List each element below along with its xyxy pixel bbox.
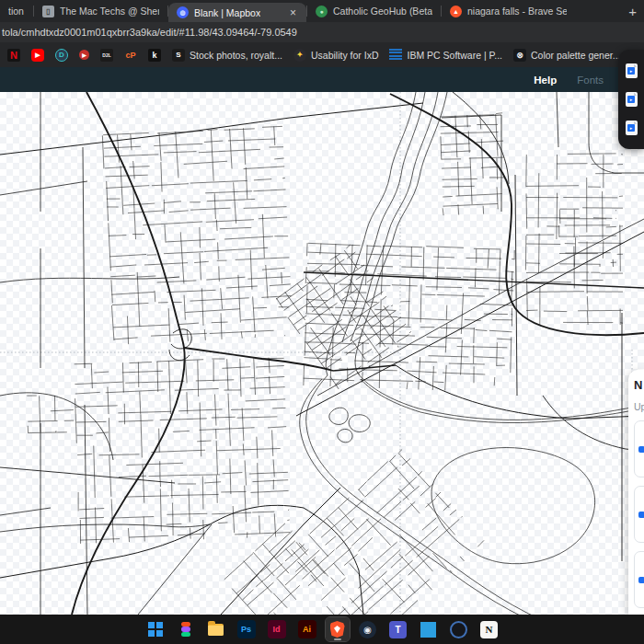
road — [83, 147, 87, 615]
tab-label: Blank | Mapbox — [194, 7, 260, 18]
taskbar-brave[interactable] — [326, 617, 350, 641]
tab-label: tion Des — [8, 6, 25, 17]
island-outline — [349, 415, 370, 432]
file-explorer-icon — [208, 624, 224, 636]
taskbar-indesign[interactable]: Id — [265, 617, 289, 641]
road — [0, 524, 210, 532]
file-thumb: ▸ — [627, 124, 635, 132]
bookmark-stock[interactable]: SStock photos, royalt... — [172, 49, 282, 62]
river-bank — [326, 92, 416, 375]
river-bank — [361, 379, 644, 423]
bookmark-teal-spiral[interactable]: D — [55, 49, 68, 62]
document-icon: ▯ — [42, 6, 54, 17]
bookmark-cpanel[interactable]: cP — [124, 49, 137, 62]
bookmark-d2l[interactable]: D2L — [100, 49, 113, 62]
brave-icon: ▲ — [450, 6, 462, 17]
river-bank — [351, 92, 438, 341]
bookmark-usability[interactable]: ✦Usability for IxD — [293, 49, 379, 62]
island-outline — [431, 448, 595, 564]
notification-card[interactable] — [634, 420, 644, 477]
bookmarks-bar: N▶D▶D2LcPkSStock photos, royalt...✦Usabi… — [0, 42, 644, 67]
mapbox-icon: ◍ — [177, 6, 189, 18]
road — [304, 508, 363, 615]
tab-label: The Mac Techs @ Sheridan :: Laser Fi — [60, 6, 159, 17]
notification-card[interactable] — [634, 551, 644, 608]
notification-card[interactable] — [634, 486, 644, 543]
tab-mac-techs[interactable]: ▯The Mac Techs @ Sheridan :: Laser Fi — [34, 0, 167, 22]
usability-icon: ✦ — [293, 49, 306, 62]
notion-icon: N — [480, 621, 498, 638]
bookmark-label: IBM PC Software | P... — [407, 50, 502, 61]
taskbar-notion[interactable]: N — [477, 617, 501, 641]
taskbar-explorer[interactable] — [204, 617, 228, 641]
illustrator-icon: Ai — [298, 620, 316, 638]
kijiji-icon: k — [148, 49, 161, 62]
file-thumb: ▸ — [627, 67, 635, 75]
d2l-icon: D2L — [100, 49, 113, 62]
card-app-icon — [638, 577, 644, 583]
bookmark-kijiji[interactable]: k — [148, 49, 161, 62]
card-app-icon — [638, 446, 644, 453]
road — [86, 92, 184, 348]
help-menu[interactable]: Help — [534, 75, 557, 86]
tab-label: niagara falls - Brave Search — [467, 6, 567, 17]
street-cluster — [274, 245, 414, 389]
tab-brave-search[interactable]: ▲niagara falls - Brave Search — [442, 0, 575, 22]
address-bar[interactable]: tola/cmhdtxdz0001m01qxbrr3a9ka/edit/#11.… — [0, 22, 644, 42]
road — [184, 348, 333, 371]
taskbar-vscode[interactable] — [417, 617, 441, 641]
road — [0, 505, 304, 578]
map-roads-layer — [0, 92, 644, 615]
photoshop-icon: Ps — [237, 620, 256, 638]
taskbar-illustrator[interactable]: Ai — [295, 617, 319, 641]
taskbar-figma[interactable] — [174, 617, 198, 641]
ibm-icon — [389, 49, 402, 62]
figma-icon — [181, 622, 190, 637]
road — [0, 181, 87, 195]
fonts-menu[interactable]: Fonts — [577, 75, 604, 86]
road — [0, 393, 113, 460]
tab-close-button[interactable]: × — [288, 6, 298, 19]
island-outline — [338, 429, 352, 442]
bookmark-netflix[interactable]: N — [7, 49, 20, 62]
bookmark-ibm[interactable]: IBM PC Software | P... — [389, 49, 502, 62]
notification-panel: N Up — [628, 370, 644, 615]
island-outline — [329, 408, 348, 424]
taskbar-start[interactable] — [144, 617, 167, 641]
map-canvas[interactable] — [0, 92, 644, 615]
notification-title: N — [628, 370, 644, 392]
stock-icon: S — [172, 49, 185, 62]
bookmark-label: Stock photos, royalt... — [190, 50, 282, 61]
tab-mapbox[interactable]: ◍Blank | Mapbox× — [168, 3, 306, 22]
river-bank — [358, 374, 644, 420]
windows-taskbar: PsIdAi◉TN — [0, 615, 644, 644]
url-text: tola/cmhdtxdz0001m01qxbrr3a9ka/edit/#11.… — [0, 27, 297, 38]
bookmark-red-play[interactable]: ▶ — [79, 50, 89, 60]
bookmark-label: Usability for IxD — [311, 50, 379, 61]
taskbar-steam[interactable]: ◉ — [356, 617, 380, 641]
brave-icon — [330, 621, 345, 638]
tab-label: Catholic GeoHub (Beta) — [333, 6, 432, 17]
taskbar-photoshop[interactable]: Ps — [235, 617, 259, 641]
file-icon[interactable]: ▸ — [626, 92, 638, 107]
taskbar-ring-app[interactable] — [447, 617, 471, 641]
road — [0, 277, 179, 282]
teal-spiral-icon: D — [55, 49, 68, 62]
tab-partial-left[interactable]: tion Des — [0, 0, 33, 22]
road — [317, 219, 644, 396]
tab-geohub[interactable]: ●Catholic GeoHub (Beta) — [307, 0, 441, 22]
bookmark-youtube[interactable]: ▶ — [31, 49, 44, 62]
street-cluster — [282, 449, 486, 615]
brave-lion — [334, 626, 340, 633]
new-tab-button[interactable]: + — [621, 4, 644, 19]
file-icon[interactable]: ▸ — [626, 63, 638, 78]
file-icon[interactable]: ▸ — [626, 121, 638, 135]
browser-tab-bar: tion Des▯The Mac Techs @ Sheridan :: Las… — [0, 0, 644, 22]
taskbar-teams[interactable]: T — [386, 617, 410, 641]
bookmark-label: Color palette gener... — [531, 50, 620, 61]
bookmark-palette[interactable]: ⊗Color palette gener... — [513, 49, 620, 62]
netflix-icon: N — [7, 49, 20, 62]
road — [221, 488, 340, 615]
teams-icon: T — [389, 621, 407, 638]
card-app-icon — [638, 512, 644, 518]
